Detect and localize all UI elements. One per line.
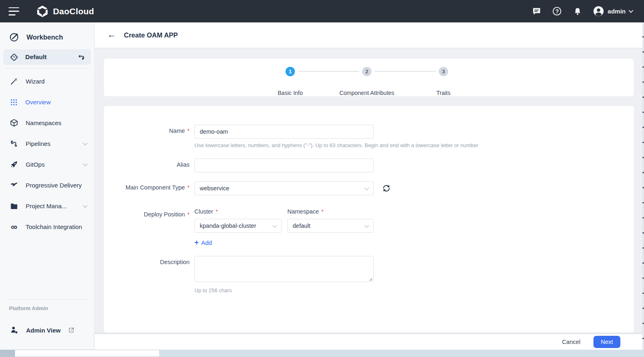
workspace-selector-default[interactable]: Default xyxy=(3,49,91,65)
sidebar-item-admin-view[interactable]: Admin View xyxy=(10,322,94,338)
description-hint: Up to 256 chars xyxy=(194,287,374,293)
brand[interactable]: DaoCloud xyxy=(35,4,94,18)
chevron-down-icon xyxy=(83,161,87,166)
infinity-icon: ∞ xyxy=(10,223,18,231)
bird-icon xyxy=(10,181,18,190)
description-textarea[interactable] xyxy=(194,256,374,282)
help-icon[interactable]: ? xyxy=(552,7,562,16)
name-row: Name* Use lowercase letters, numbers, an… xyxy=(104,125,634,148)
admin-view-label: Admin View xyxy=(26,327,61,334)
required-marker: * xyxy=(187,128,190,134)
sidebar-item-workbench[interactable]: Workbench xyxy=(9,29,94,45)
sidebar-item-pipelines[interactable]: Pipelines xyxy=(0,133,94,154)
required-marker: * xyxy=(187,184,190,191)
sidebar-item-toolchain-integration[interactable]: ∞ Toolchain Integration xyxy=(0,216,94,237)
add-deploy-position-button[interactable]: + Add xyxy=(194,239,212,246)
horizontal-scrollbar-thumb[interactable] xyxy=(15,350,160,357)
main-component-type-value: webservice xyxy=(200,185,229,192)
brand-name: DaoCloud xyxy=(53,7,94,16)
workspace-label: Default xyxy=(25,53,71,61)
workbench-label: Workbench xyxy=(26,33,63,41)
cluster-label: Cluster* xyxy=(194,208,287,215)
sidebar-item-wizard[interactable]: Wizard xyxy=(0,71,94,92)
name-input[interactable] xyxy=(194,125,374,139)
gitops-rocket-icon xyxy=(10,160,18,169)
avatar-icon xyxy=(593,6,604,17)
sidebar-item-label: Namespaces xyxy=(26,119,87,126)
external-link-icon xyxy=(68,327,75,333)
chevron-down-icon xyxy=(83,203,87,207)
user-menu[interactable]: admin xyxy=(593,6,633,17)
step-number: 3 xyxy=(439,67,448,76)
stepper-card: 1 Basic Info 2 Component Attributes 3 Tr… xyxy=(104,59,634,96)
sidebar-item-progressive-delivery[interactable]: Progressive Delivery xyxy=(0,175,94,196)
chevron-down-icon xyxy=(83,141,87,145)
sidebar-item-overview[interactable]: Overview xyxy=(0,92,94,112)
description-label: Description xyxy=(104,256,194,293)
folder-icon xyxy=(10,202,18,210)
deploy-position-label: Deploy Position* xyxy=(104,208,194,246)
step-label: Basic Info xyxy=(278,90,302,96)
alias-input[interactable] xyxy=(194,159,374,172)
step-connector xyxy=(298,71,359,72)
sidebar-item-label: Toolchain Integration xyxy=(26,223,87,230)
page-title: Create OAM APP xyxy=(124,31,178,39)
alias-row: Alias xyxy=(104,159,634,172)
required-marker: * xyxy=(187,211,190,218)
scrollbar-corner xyxy=(0,350,15,357)
sidebar-item-project-management[interactable]: Project Mana... xyxy=(0,196,94,216)
switch-workspace-icon[interactable] xyxy=(77,53,85,61)
main-component-type-label: Main Component Type* xyxy=(104,181,194,195)
step-basic-info[interactable]: 1 Basic Info xyxy=(286,67,295,76)
main-component-type-select[interactable]: webservice xyxy=(194,181,374,195)
workbench-icon xyxy=(9,32,20,42)
menu-toggle-icon[interactable] xyxy=(9,7,19,15)
required-marker: * xyxy=(216,208,218,215)
name-label: Name* xyxy=(104,125,194,148)
username: admin xyxy=(608,8,626,15)
sidebar-item-label: Project Mana... xyxy=(26,203,76,209)
required-marker: * xyxy=(321,208,323,215)
chevron-down-icon xyxy=(629,8,633,13)
step-traits[interactable]: 3 Traits xyxy=(439,67,448,76)
topbar: DaoCloud ? xyxy=(0,0,644,22)
daocloud-logo-icon xyxy=(35,4,49,18)
chevron-down-icon xyxy=(272,223,277,227)
namespace-value: default xyxy=(293,223,311,229)
cancel-button[interactable]: Cancel xyxy=(562,339,580,345)
main-component-type-row: Main Component Type* webservice xyxy=(104,181,634,195)
refresh-icon[interactable] xyxy=(382,184,391,193)
sidebar-item-label: Pipelines xyxy=(26,140,76,147)
admin-user-icon xyxy=(10,326,19,335)
content-area: 1 Basic Info 2 Component Attributes 3 Tr… xyxy=(95,48,644,334)
plus-icon: + xyxy=(194,239,199,246)
next-button[interactable]: Next xyxy=(593,336,620,348)
step-number: 2 xyxy=(362,67,372,76)
platform-admin-section-label: Platform Admin xyxy=(9,305,94,311)
namespace-label: Namespace* xyxy=(287,208,324,215)
notifications-bell-icon[interactable] xyxy=(573,7,582,16)
sidebar-item-gitops[interactable]: GitOps xyxy=(0,154,94,175)
messages-icon[interactable] xyxy=(532,7,542,16)
page-header: ← Create OAM APP xyxy=(95,22,644,48)
vertical-scrollbar[interactable] xyxy=(642,22,644,350)
sidebar-item-label: Progressive Delivery xyxy=(26,182,87,189)
namespace-select[interactable]: default xyxy=(287,219,374,233)
overview-grid-icon xyxy=(10,98,18,106)
sidebar-item-namespaces[interactable]: Namespaces xyxy=(0,112,94,133)
step-connector xyxy=(375,71,436,72)
step-component-attributes[interactable]: 2 Component Attributes xyxy=(362,67,372,76)
sidebar-item-label: Overview xyxy=(25,99,87,106)
sidebar: Workbench Default xyxy=(0,22,95,350)
step-label: Component Attributes xyxy=(340,90,395,96)
chevron-down-icon xyxy=(364,223,369,227)
alias-label: Alias xyxy=(104,159,194,172)
sidebar-divider xyxy=(6,68,88,68)
cluster-select[interactable]: kpanda-global-cluster xyxy=(194,219,282,233)
basic-info-form: Name* Use lowercase letters, numbers, an… xyxy=(104,106,634,333)
form-footer: Cancel Next xyxy=(95,334,644,350)
wizard-wand-icon xyxy=(10,77,18,86)
sidebar-item-label: Wizard xyxy=(26,78,87,85)
back-arrow-icon[interactable]: ← xyxy=(107,30,116,39)
horizontal-scrollbar[interactable] xyxy=(0,350,644,357)
